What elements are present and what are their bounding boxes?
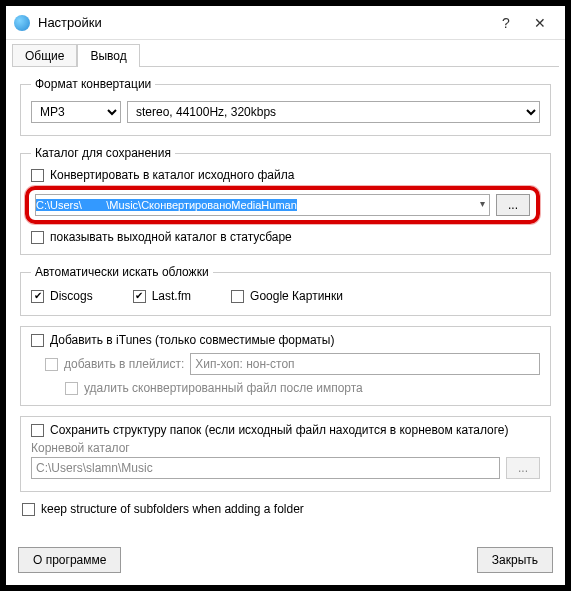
convert-to-source-checkbox[interactable] bbox=[31, 169, 44, 182]
save-dir-group: Каталог для сохранения Конвертировать в … bbox=[20, 146, 551, 255]
add-itunes-label: Добавить в iTunes (только совместимые фо… bbox=[50, 333, 334, 347]
itunes-group: Добавить в iTunes (только совместимые фо… bbox=[20, 326, 551, 406]
help-button[interactable]: ? bbox=[489, 9, 523, 37]
codec-select[interactable]: MP3 bbox=[31, 101, 121, 123]
close-button[interactable]: ✕ bbox=[523, 9, 557, 37]
output-path-part1: C:\Users\ bbox=[36, 199, 82, 211]
about-button[interactable]: О программе bbox=[18, 547, 121, 573]
close-dialog-button[interactable]: Закрыть bbox=[477, 547, 553, 573]
structure-group: Сохранить структуру папок (если исходный… bbox=[20, 416, 551, 492]
browse-output-button[interactable]: ... bbox=[496, 194, 530, 216]
help-icon: ? bbox=[502, 15, 510, 31]
delete-after-import-label: удалить сконвертированный файл после имп… bbox=[84, 381, 363, 395]
delete-after-import-checkbox bbox=[65, 382, 78, 395]
output-path-select[interactable]: C:\Users\ \Music\СконвертированоMediaHum… bbox=[35, 194, 490, 216]
add-itunes-checkbox[interactable] bbox=[31, 334, 44, 347]
covers-group: Автоматически искать обложки Discogs Las… bbox=[20, 265, 551, 316]
discogs-checkbox[interactable] bbox=[31, 290, 44, 303]
settings-window: Настройки ? ✕ Общие Вывод Формат конверт… bbox=[6, 6, 565, 585]
footer: О программе Закрыть bbox=[6, 539, 565, 585]
browse-root-button: ... bbox=[506, 457, 540, 479]
format-legend: Формат конвертации bbox=[31, 77, 155, 91]
google-label: Google Картинки bbox=[250, 289, 343, 303]
window-title: Настройки bbox=[38, 15, 489, 30]
tab-output[interactable]: Вывод bbox=[77, 44, 139, 67]
app-icon bbox=[14, 15, 30, 31]
show-in-statusbar-label: показывать выходной каталог в статусбаре bbox=[50, 230, 292, 244]
add-playlist-label: добавить в плейлист: bbox=[64, 357, 184, 371]
titlebar: Настройки ? ✕ bbox=[6, 6, 565, 40]
convert-to-source-label: Конвертировать в каталог исходного файла bbox=[50, 168, 294, 182]
lastfm-checkbox[interactable] bbox=[133, 290, 146, 303]
root-dir-label: Корневой каталог bbox=[31, 441, 540, 455]
keep-structure-label: Сохранить структуру папок (если исходный… bbox=[50, 423, 509, 437]
keep-structure-checkbox[interactable] bbox=[31, 424, 44, 437]
lastfm-label: Last.fm bbox=[152, 289, 191, 303]
output-path-part2 bbox=[82, 199, 106, 211]
params-select[interactable]: stereo, 44100Hz, 320kbps bbox=[127, 101, 540, 123]
show-in-statusbar-checkbox[interactable] bbox=[31, 231, 44, 244]
google-checkbox[interactable] bbox=[231, 290, 244, 303]
tabs: Общие Вывод bbox=[6, 40, 565, 67]
playlist-field bbox=[190, 353, 540, 375]
keep-subfolders-checkbox[interactable] bbox=[22, 503, 35, 516]
output-path-highlight: C:\Users\ \Music\СконвертированоMediaHum… bbox=[25, 186, 540, 224]
root-dir-field bbox=[31, 457, 500, 479]
chevron-down-icon: ▾ bbox=[480, 198, 485, 209]
covers-legend: Автоматически искать обложки bbox=[31, 265, 213, 279]
content: Формат конвертации MP3 stereo, 44100Hz, … bbox=[12, 66, 559, 539]
save-dir-legend: Каталог для сохранения bbox=[31, 146, 175, 160]
discogs-label: Discogs bbox=[50, 289, 93, 303]
add-playlist-checkbox bbox=[45, 358, 58, 371]
output-path-part3: \Music\СконвертированоMediaHuman bbox=[106, 199, 297, 211]
tab-general[interactable]: Общие bbox=[12, 44, 77, 67]
close-icon: ✕ bbox=[534, 15, 546, 31]
keep-subfolders-label: keep structure of subfolders when adding… bbox=[41, 502, 304, 516]
format-group: Формат конвертации MP3 stereo, 44100Hz, … bbox=[20, 77, 551, 136]
